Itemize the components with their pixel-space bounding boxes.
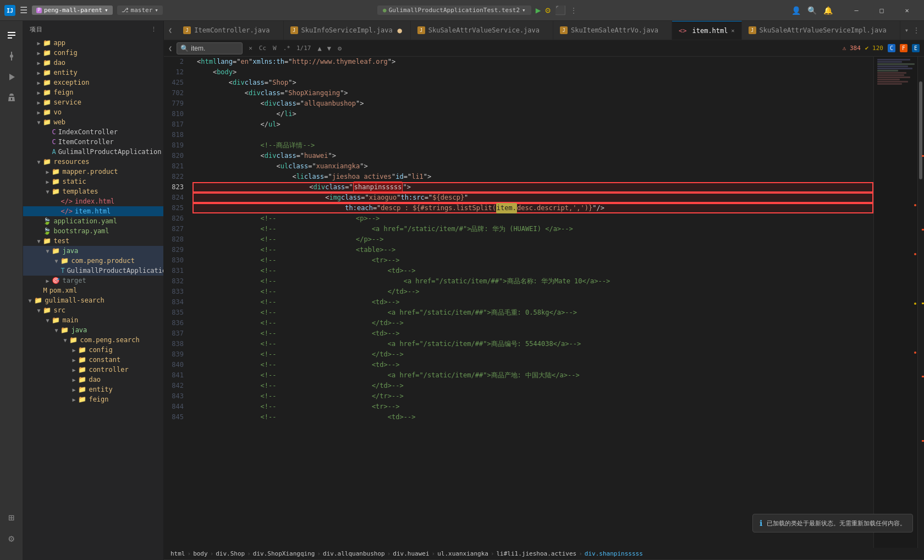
minimize-button[interactable]: — [844,0,869,21]
tree-item-com-peng-search[interactable]: ▼ 📁 com.peng.search [23,335,163,345]
tree-item-service[interactable]: ▶ 📁 service [23,97,163,107]
tree-item-constant[interactable]: ▶ 📁 constant [23,355,163,365]
tree-item-entity[interactable]: ▶ 📁 entity [23,68,163,78]
tree-item-index-html[interactable]: </> index.html [23,196,163,206]
breadcrumb-html[interactable]: html [170,550,185,557]
code-line-818 [193,130,873,140]
search-everywhere-icon[interactable]: 🔍 [807,6,817,15]
build-button[interactable]: ⚙ [545,5,551,15]
stop-button[interactable]: ⬛ [555,5,566,15]
tabs-overflow[interactable]: ▾ ⋮ [900,26,924,34]
tree-item-src-search[interactable]: ▼ 📁 src [23,305,163,315]
tree-item-pom[interactable]: M pom.xml [23,286,163,295]
search-clear[interactable]: ✕ [247,44,254,52]
activity-explorer[interactable] [2,25,21,45]
tab-item-html[interactable]: <> item.html ✕ [672,21,742,40]
breadcrumb-divhuawei[interactable]: div.huawei [393,550,429,557]
tree-item-test[interactable]: ▼ 📁 test [23,236,163,246]
run-config-selector[interactable]: ● GulimallProductApplicationTest.test2 ▾ [377,6,531,15]
breadcrumb-divshop[interactable]: div.Shop [216,550,245,557]
breadcrumb-li1[interactable]: li#li1.jieshoa.actives [497,550,577,557]
search-input[interactable] [191,45,235,52]
error-count[interactable]: ⚠ 384 [843,45,861,52]
tab-item-controller[interactable]: J ItemController.java ✕ [177,21,283,40]
activity-run[interactable] [2,67,21,87]
tree-item-main-search[interactable]: ▼ 📁 main [23,315,163,325]
breadcrumb-divshanpin[interactable]: div.shanpinsssss [585,550,643,557]
tree-item-web[interactable]: ▼ 📁 web [23,117,163,127]
hamburger-menu[interactable]: ☰ [20,5,28,15]
project-selector[interactable]: P peng-mall-parent ▾ [32,6,113,15]
run-button[interactable]: ▶ [536,5,541,15]
tree-item-target[interactable]: ▶ 🎯 target [23,276,163,286]
tree-item-gulimall-search[interactable]: ▼ 📁 gulimall-search [23,295,163,305]
breadcrumb-body[interactable]: body [193,550,208,557]
tabs-left-nav[interactable]: ❮ [164,26,177,34]
activity-settings[interactable]: ⚙ [2,528,21,548]
tab-sku-sale-impl[interactable]: J SkuSaleAttrValueServiceImpl.java ✕ [742,21,900,40]
search-prev[interactable]: ▲ [315,44,323,53]
activity-plugins[interactable]: ⊞ [2,507,21,527]
search-bar-nav[interactable]: ❮ [168,45,172,52]
tree-item-gulimall-app[interactable]: A GulimallProductApplication [23,147,163,157]
tree-item-dao-search[interactable]: ▶ 📁 dao [23,375,163,385]
tab-close-item-html[interactable]: ✕ [732,28,735,34]
activity-commit[interactable] [2,46,21,66]
tree-arrow-static: ▶ [43,179,52,185]
tree-item-java-search[interactable]: ▼ 📁 java [23,325,163,335]
tree-item-app-yaml[interactable]: 🍃 application.yaml [23,216,163,226]
firefox-icon[interactable]: F [900,44,908,52]
search-word[interactable]: W [271,44,278,52]
tree-item-mapper[interactable]: ▶ 📁 mapper.product [23,167,163,177]
tree-item-feign-search[interactable]: ▶ 📁 feign [23,394,163,404]
tree-item-dao[interactable]: ▶ 📁 dao [23,58,163,68]
search-case[interactable]: Cc [257,44,268,52]
search-regex[interactable]: .* [282,44,292,52]
run-config-label: GulimallProductApplicationTest.test2 [389,7,520,14]
notifications-icon[interactable]: 🔔 [823,6,833,15]
tree-item-controller[interactable]: ▶ 📁 controller [23,365,163,375]
breadcrumb-divallquan[interactable]: div.allquanbushop [323,550,385,557]
more-run-options[interactable]: ⋮ [570,7,577,14]
tree-item-gulimall-test[interactable]: T GulimallProductApplicationTest [23,266,163,276]
tree-item-static[interactable]: ▶ 📁 static [23,177,163,186]
tree-item-entity-search[interactable]: ▶ 📁 entity [23,385,163,394]
search-next[interactable]: ▼ [325,44,333,53]
branch-selector[interactable]: ⎇ master ▾ [117,6,163,15]
tree-item-item-html[interactable]: </> item.html [23,206,163,216]
vertical-scrollbar[interactable] [917,57,924,548]
search-filter[interactable]: ⚙ [338,45,342,52]
warning-count[interactable]: ✔ 120 [865,45,883,52]
tab-sku-sale-attr[interactable]: J SkuSaleAttrValueService.java ✕ [411,21,553,40]
tree-item-vo[interactable]: ▶ 📁 vo [23,107,163,117]
tree-item-bootstrap-yaml[interactable]: 🍃 bootstrap.yaml [23,226,163,236]
breadcrumb-divshopxiangqing[interactable]: div.ShopXiangqing [253,550,315,557]
tree-item-feign[interactable]: ▶ 📁 feign [23,87,163,97]
code-content[interactable]: <html lang="en" xmlns:th="http://www.thy… [193,57,873,548]
account-icon[interactable]: 👤 [791,6,801,15]
line-num-822: 822 [164,172,188,182]
close-button[interactable]: ✕ [894,0,920,21]
tab-sku-item-sale[interactable]: J SkuItemSaleAttrVo.java ✕ [553,21,672,40]
chrome-icon[interactable]: C [888,44,895,52]
breadcrumb-ulxuanxiangka[interactable]: ul.xuanxiangka [437,550,488,557]
tree-label-pom: pom.xml [50,287,78,294]
tab-sku-info-service[interactable]: J SkuInfoServiceImpl.java ● [284,21,411,40]
tree-arrow-config-search: ▶ [69,347,78,353]
activity-debug[interactable] [2,88,21,108]
tree-item-app[interactable]: ▶ 📁 app [23,38,163,48]
tree-item-java-test[interactable]: ▼ 📁 java [23,246,163,256]
tree-item-resources[interactable]: ▼ 📁 resources [23,157,163,167]
tree-item-config[interactable]: ▶ 📁 config [23,48,163,58]
tree-item-com-peng-product[interactable]: ▼ 📁 com.peng.product [23,256,163,266]
maximize-button[interactable]: □ [869,0,894,21]
tree-item-config-search[interactable]: ▶ 📁 config [23,345,163,355]
tree-item-exception[interactable]: ▶ 📁 exception [23,78,163,87]
sidebar-options[interactable]: ⋮ [151,26,157,33]
tree-item-index-controller[interactable]: C IndexController [23,127,163,137]
edge-icon[interactable]: E [912,44,920,52]
scrollbar-thumb[interactable] [919,81,922,180]
tree-item-item-controller[interactable]: C ItemController [23,137,163,147]
line-num-818: 818 [164,130,188,140]
tree-item-templates[interactable]: ▼ 📁 templates [23,186,163,196]
